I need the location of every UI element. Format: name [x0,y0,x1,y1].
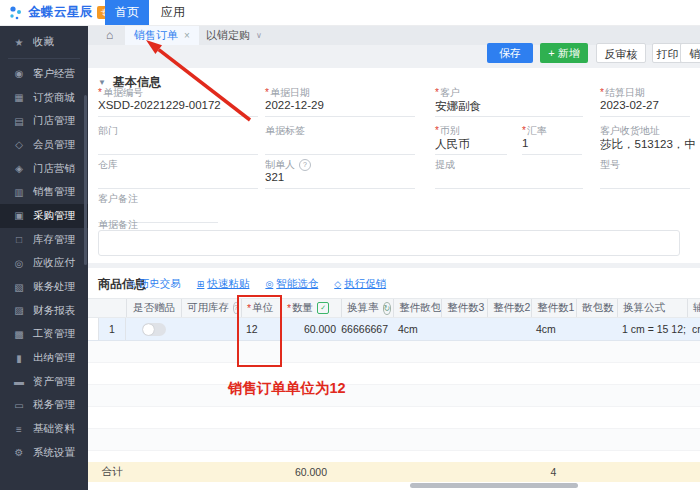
close-icon[interactable]: × [184,30,190,41]
gift-toggle[interactable] [142,323,166,336]
cell-unit: 12 [241,318,281,340]
col-header-unit: *单位 [241,299,281,317]
table-empty-row[interactable] [88,341,700,363]
total-whole-qty1: 4 [531,462,576,482]
sidebar-item-order-mall[interactable]: ▦订货商城 [0,86,88,110]
horizontal-scrollbar[interactable] [410,483,578,488]
nav-tab-apps[interactable]: 应用 [151,0,195,25]
sidebar-item-favorites[interactable]: ★ 收藏 [0,28,88,56]
field-value [98,137,258,152]
field-delivery-address[interactable]: 客户收货地址 莎比，513123，中国安徽 [600,124,695,154]
sidebar-item-tax[interactable]: ▭税务管理 [0,394,88,418]
field-doc-date[interactable]: *单据日期 2022-12-29 [265,86,415,117]
field-settle-date[interactable]: *结算日期 2023-02-27 [600,86,690,117]
sidebar-item-purchase-mgmt[interactable]: ▣采购管理 [0,204,88,228]
sidebar-item-store-mgmt[interactable]: ▤门店管理 [0,109,88,133]
help-icon[interactable]: ? [299,159,311,171]
sidebar-item-member-mgmt[interactable]: ◇会员管理 [0,133,88,157]
total-whole-qty3 [441,462,487,482]
sidebar-item-store-marketing[interactable]: ◈门店营销 [0,157,88,181]
total-aux [687,462,700,482]
table-empty-row[interactable] [88,363,700,385]
table-row[interactable]: 11260.0000.06666666674cm4cm1 cm = 15 12;… [88,318,700,341]
link-label: 快速粘贴 [207,277,249,291]
field-label: 客户收货地址 [600,124,695,137]
sync-icon: ↻ [383,302,392,315]
smart-select-icon: ◎ [265,279,273,289]
link-quick-paste[interactable]: ⊞快速粘贴 [197,277,250,291]
sidebar-item-base-data[interactable]: ≡基础资料 [0,417,88,441]
link-history-trade[interactable]: ◷历史交易 [128,277,181,291]
field-currency[interactable]: *币别 人民币 [435,124,507,155]
cell-aux: cm [687,318,700,340]
field-customer[interactable]: *客户 安娜副食 [435,86,583,117]
add-new-button[interactable]: + 新增 [540,43,588,63]
base-data-icon: ≡ [13,424,25,435]
sidebar-item-label: 财务报表 [33,304,75,318]
col-header-spacer [88,299,98,317]
sidebar-item-inventory-mgmt[interactable]: □库存管理 [0,228,88,252]
total-rownum: 合计 [98,462,126,482]
sidebar-item-receivables[interactable]: ◎应收应付 [0,252,88,276]
help-icon[interactable]: ? [233,302,239,314]
tab-purchase-by-sales[interactable]: 以销定购 ∨ [203,25,265,45]
chevron-down-icon[interactable]: ∨ [256,31,262,40]
required-star: * [265,87,269,98]
sidebar-item-label: 系统设置 [33,446,75,460]
table-empty-row[interactable] [88,407,700,429]
field-label: 客户备注 [98,192,218,205]
sidebar-item-label: 采购管理 [33,209,75,223]
inventory-box-icon: □ [13,234,25,245]
table-empty-row[interactable] [88,385,700,407]
overflow-button[interactable]: 销 [680,43,700,63]
sidebar-item-accounting[interactable]: ▧账务处理 [0,275,88,299]
paste-icon: ⊞ [197,279,205,289]
sidebar-item-system-settings[interactable]: ⚙系统设置 [0,441,88,465]
field-dept[interactable]: 部门 [98,124,258,155]
sidebar-item-assets[interactable]: ▬资产管理 [0,370,88,394]
unaudit-button[interactable]: 反审核 [596,43,646,63]
nav-tab-home[interactable]: 首页 [105,0,149,25]
field-label: 制单人? [265,158,415,171]
field-label: 单据标签 [265,124,415,137]
required-star: * [287,302,291,314]
field-value: 安娜副食 [435,99,583,114]
field-warehouse[interactable]: 仓库 [98,158,258,189]
sidebar-item-sales-mgmt[interactable]: ▥销售管理 [0,180,88,204]
table-empty-row[interactable] [88,429,700,451]
sidebar: ★ 收藏 ◉客户经营▦订货商城▤门店管理◇会员管理◈门店营销▥销售管理▣采购管理… [0,25,88,490]
cell-is-gift [126,318,181,340]
field-doc-tag[interactable]: 单据标签 [265,124,415,155]
link-run-promo[interactable]: ◇执行促销 [334,277,386,291]
save-button[interactable]: 保存 [487,43,533,63]
field-commission[interactable]: 提成 [435,158,583,189]
field-value [600,171,690,186]
field-value: 莎比，513123，中国安徽 [600,137,695,152]
field-value: XSDD-20221229-00172 [98,99,258,114]
doc-remark-input[interactable] [98,230,680,256]
tab-sales-order[interactable]: 销售订单 × [125,25,199,45]
field-model[interactable]: 型号 [600,158,690,189]
link-label: 历史交易 [139,277,181,291]
col-header-rownum [98,299,126,317]
field-exchange-rate[interactable]: *汇率 1 [522,124,582,155]
sidebar-scrollbar[interactable] [84,95,87,265]
total-qty: 60.000 [281,462,341,482]
field-value: 321 [265,171,415,186]
sidebar-item-payroll[interactable]: ▩工资管理 [0,323,88,347]
home-icon[interactable]: ⌂ [106,28,113,42]
sidebar-item-customer-ops[interactable]: ◉客户经营 [0,62,88,86]
history-clock-icon: ◷ [128,279,136,289]
product-table: 是否赠品可用库存?*单位*数量✓换算率↻整件散包整件数3整件数2整件数1散包数换… [88,298,700,482]
link-label: 智能选仓 [276,277,318,291]
field-label: 仓库 [98,158,258,171]
brand-name: 金蝶云星辰 [28,4,93,21]
member-icon: ◇ [13,139,25,150]
sidebar-item-fin-reports[interactable]: ▨财务报表 [0,299,88,323]
marketing-tag-icon: ◈ [13,163,25,174]
field-doc-no[interactable]: *单据编号 XSDD-20221229-00172 [98,86,258,117]
field-creator[interactable]: 制单人? 321 [265,158,415,189]
sidebar-item-cashier[interactable]: ▮出纳管理 [0,346,88,370]
col-header-conv-rate: 换算率↻ [341,299,393,317]
link-smart-pick[interactable]: ◎智能选仓 [265,277,318,291]
